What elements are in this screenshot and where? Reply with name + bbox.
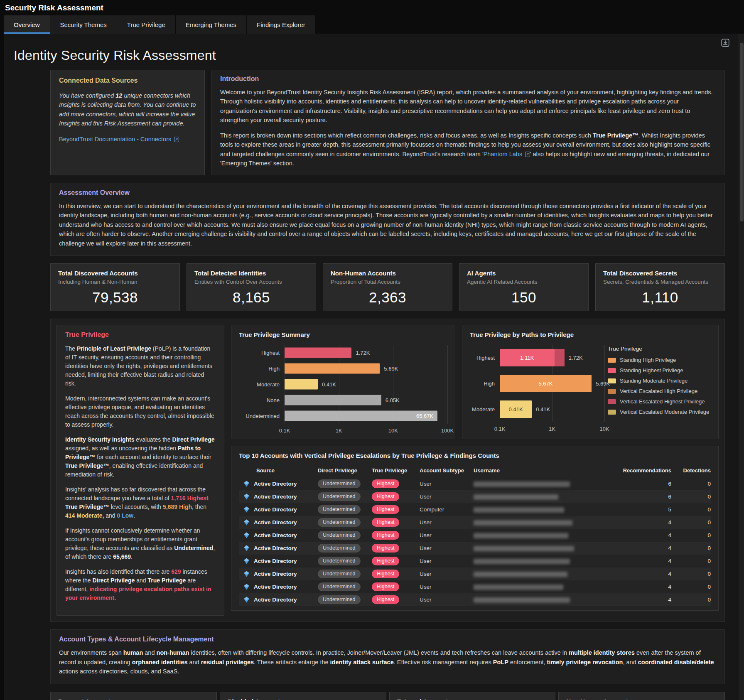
username-redacted bbox=[474, 507, 564, 513]
tab-findings-explorer[interactable]: Findings Explorer bbox=[247, 15, 316, 34]
source-name: Active Directory bbox=[254, 584, 297, 590]
legend-item[interactable]: Standing Highest Privilege bbox=[608, 367, 711, 373]
escalated-privilege-segment[interactable] bbox=[555, 349, 565, 366]
legend-item[interactable]: Standing Moderate Privilege bbox=[608, 378, 711, 384]
vertical-scrollbar[interactable] bbox=[739, 34, 744, 700]
detections-cell: 0 bbox=[671, 519, 711, 526]
tab-security-themes[interactable]: Security Themes bbox=[50, 15, 117, 34]
true-privilege-paragraph: Insights' analysis has so far discovered… bbox=[65, 485, 216, 520]
column-header[interactable]: Direct Privilege bbox=[318, 467, 372, 474]
report-panel: Identity Security Risk Assessment Connec… bbox=[4, 34, 744, 700]
bar[interactable] bbox=[285, 411, 437, 421]
table-row[interactable]: Active DirectoryUndeterminedHighestUser4… bbox=[239, 529, 711, 542]
introduction-paragraph-2: This report is broken down into sections… bbox=[220, 131, 716, 168]
table-row[interactable]: Active DirectoryUndeterminedHighestUser6… bbox=[239, 477, 711, 490]
table-row[interactable]: Active DirectoryUndeterminedHighestUser4… bbox=[239, 580, 711, 593]
table-row[interactable]: Active DirectoryUndeterminedHighestUser4… bbox=[239, 555, 711, 567]
axis-tick-label: 1K bbox=[549, 426, 555, 432]
stat-title: Non-Human Accounts bbox=[331, 270, 444, 277]
recommendations-cell: 6 bbox=[611, 494, 671, 500]
recommendations-cell: 4 bbox=[611, 597, 671, 603]
stat-value: 79,538 bbox=[58, 289, 172, 306]
bar[interactable] bbox=[285, 379, 318, 390]
bar[interactable] bbox=[285, 395, 381, 405]
segment-value-label: 1.11K bbox=[520, 355, 534, 361]
active-directory-icon bbox=[243, 480, 250, 487]
introduction-title: Introduction bbox=[220, 75, 716, 83]
stat-value: 8,165 bbox=[194, 289, 308, 306]
true-privilege-pill: Highest bbox=[372, 544, 399, 553]
page-title: Identity Security Risk Assessment bbox=[14, 48, 725, 63]
tab-label: Findings Explorer bbox=[257, 21, 305, 28]
column-header[interactable]: Username bbox=[474, 467, 611, 474]
table-row[interactable]: Active DirectoryUndeterminedHighestCompu… bbox=[239, 503, 711, 516]
direct-privilege-pill: Undetermined bbox=[318, 531, 361, 540]
account-subtype-cell: User bbox=[420, 584, 474, 590]
stat-title: Dormant Accounts bbox=[58, 698, 209, 700]
bar-value-label: 5.69K bbox=[384, 366, 398, 372]
stat-card-dormant-accounts: Dormant Accounts Accounts Not Used withi… bbox=[50, 692, 217, 700]
true-privilege-paragraph: The Principle of Least Privilege (PoLP) … bbox=[65, 344, 216, 388]
total-value-label: 0.41K bbox=[536, 406, 550, 413]
phantom-labs-link[interactable]: Phantom Labs ↗ bbox=[484, 151, 530, 157]
tab-label: Overview bbox=[14, 21, 40, 28]
source-cell: Active Directory bbox=[239, 558, 318, 565]
legend-item[interactable]: Vertical Escalated Moderate Privilege bbox=[608, 409, 711, 415]
account-subtype-cell: Computer bbox=[420, 506, 474, 513]
column-header[interactable]: Recommendations bbox=[611, 467, 671, 474]
true-privilege-summary-chart: True Privilege Summary HighestHighModera… bbox=[231, 325, 455, 439]
tab-true-privilege[interactable]: True Privilege bbox=[117, 15, 176, 34]
true-privilege-pill: Highest bbox=[372, 518, 399, 527]
detections-cell: 0 bbox=[671, 481, 711, 487]
chart-title: True Privilege Summary bbox=[239, 331, 447, 338]
axis-tick-label: 0.1K bbox=[279, 427, 290, 434]
legend-item[interactable]: Standing High Privilege bbox=[608, 357, 711, 363]
export-report-button[interactable] bbox=[720, 38, 731, 49]
plot-area: 1.72K5.69K0.41K6.05K65.67K bbox=[285, 345, 447, 424]
bar[interactable] bbox=[285, 364, 380, 374]
stat-subtitle: Secrets, Credentials & Managed Accounts bbox=[603, 279, 717, 285]
paths-to-privilege-chart: True Privilege by Paths to Privilege Hig… bbox=[462, 325, 719, 439]
true-privilege-pill: Highest bbox=[372, 595, 399, 604]
axis-tick-label: 10K bbox=[388, 427, 398, 434]
legend-label: Standing High Privilege bbox=[620, 357, 676, 363]
account-types-section: Account Types & Account Lifecycle Manage… bbox=[50, 629, 725, 684]
column-header[interactable]: Source bbox=[239, 467, 318, 474]
column-header[interactable]: True Privilege bbox=[372, 467, 420, 474]
table-row[interactable]: Active DirectoryUndeterminedHighestUser4… bbox=[239, 567, 711, 580]
legend-item[interactable]: Vertical Escalated High Privilege bbox=[608, 388, 711, 394]
bar-row: 0.41K0.41K bbox=[500, 396, 604, 422]
column-header[interactable]: Detections bbox=[671, 467, 711, 474]
axis-tick-label: 100K bbox=[441, 427, 454, 434]
legend-label: Vertical Escalated Highest Privilege bbox=[620, 398, 705, 405]
detections-cell: 0 bbox=[671, 558, 711, 564]
direct-privilege-pill: Undetermined bbox=[318, 582, 361, 591]
tab-overview[interactable]: Overview bbox=[4, 15, 50, 34]
source-cell: Active Directory bbox=[239, 596, 318, 603]
connectors-doc-link[interactable]: BeyondTrust Documentation - Connectors ↗ bbox=[59, 136, 179, 142]
table-row[interactable]: Active DirectoryUndeterminedHighestUser6… bbox=[239, 490, 711, 503]
category-label: None bbox=[239, 392, 285, 408]
username-redacted bbox=[474, 585, 563, 590]
table-row[interactable]: Active DirectoryUndeterminedHighestUser4… bbox=[239, 542, 711, 555]
source-cell: Active Directory bbox=[239, 480, 318, 487]
account-subtype-cell: User bbox=[420, 494, 474, 500]
stat-title: Total Discovered Secrets bbox=[603, 270, 717, 277]
bar[interactable] bbox=[285, 348, 351, 358]
active-directory-icon bbox=[243, 545, 250, 552]
tab-emerging-themes[interactable]: Emerging Themes bbox=[176, 15, 247, 34]
legend-item[interactable]: Vertical Escalated Highest Privilege bbox=[608, 398, 711, 405]
stat-value: 150 bbox=[467, 289, 581, 306]
detections-cell: 0 bbox=[671, 532, 711, 538]
column-header[interactable]: Account Subtype bbox=[420, 467, 474, 474]
source-name: Active Directory bbox=[254, 545, 297, 551]
stat-subtitle: Proportion of Total Accounts bbox=[331, 279, 444, 285]
true-privilege-pill: Highest bbox=[372, 557, 399, 565]
account-subtype-cell: User bbox=[420, 597, 474, 603]
bar-row: 5.67K5.69K bbox=[500, 371, 604, 396]
table-row[interactable]: Active DirectoryUndeterminedHighestUser4… bbox=[239, 516, 711, 529]
scrollbar-thumb[interactable] bbox=[740, 43, 744, 221]
table-title: Top 10 Accounts with Vertical Privilege … bbox=[239, 452, 711, 459]
table-row[interactable]: Active DirectoryUndeterminedHighestUser4… bbox=[239, 593, 711, 606]
account-subtype-cell: User bbox=[420, 481, 474, 487]
